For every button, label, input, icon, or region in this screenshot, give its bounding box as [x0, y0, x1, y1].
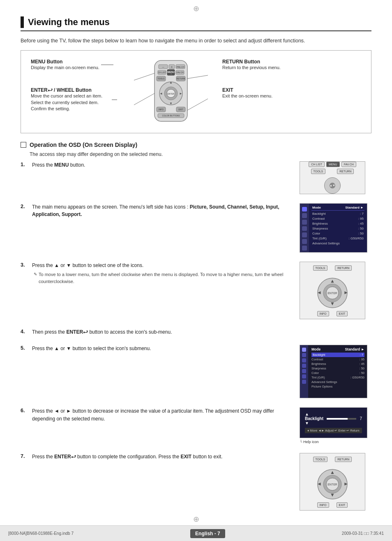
crosshair-bottom: ⊕	[193, 515, 199, 524]
svg-text:CH LIST: CH LIST	[158, 71, 166, 74]
ms2-sharpness-row: Sharpness: 50	[311, 366, 364, 371]
step7-info-btn: INFO	[317, 502, 329, 508]
step-1-image: CH LIST MENU FAV.CH TOOLS RETURN ▲▼	[300, 161, 371, 194]
return-button-title: RETURN Button	[222, 59, 260, 65]
step-5: 5. Press the ▲ or ▼ button to select the…	[21, 345, 371, 398]
mock-return-btn: RETURN	[337, 169, 354, 174]
menu-sharpness-row: Sharpness: 50	[311, 226, 364, 231]
sidebar-icon-active	[302, 207, 307, 212]
step7-btn-row-1: TOOLS RETURN	[313, 457, 352, 462]
step-7: 7. Press the ENTER⮐ button to complete t…	[21, 453, 371, 511]
svg-text:►: ►	[179, 92, 182, 95]
step-5-number: 5.	[21, 345, 32, 351]
bottom-bar: [8000-NA]BN68-01988E-Eng.indb 7 English …	[0, 525, 392, 541]
slider-fill	[327, 418, 348, 420]
ms2-icon-3	[302, 358, 306, 362]
svg-text:INFO: INFO	[159, 108, 164, 111]
ms2-sidebar	[300, 345, 308, 398]
step3-bottom-btns: INFO EXIT	[317, 311, 348, 316]
step-5-image: ModeStandard ► Backlight: 7 Contrast: 95…	[300, 345, 371, 398]
footer-right: 2009-03-31 □□ 7:35:41	[342, 531, 384, 536]
mock-fav-btn: FAV.CH	[341, 162, 356, 167]
menu-advanced-row: Advanced Settings	[311, 241, 364, 246]
mock-wheel-inner: ▲▼	[330, 183, 335, 188]
exit-desc: Exit the on-screen menu.	[222, 93, 272, 98]
sidebar-icon-6	[302, 239, 307, 244]
svg-text:FAV.CH: FAV.CH	[176, 71, 184, 74]
mock-tools-btn: TOOLS	[311, 169, 326, 174]
sidebar-icon-2	[302, 213, 307, 218]
exit-label: EXIT Exit the on-screen menu.	[222, 87, 364, 99]
step-2-image: Mode Standard ► Backlight: 7 Contrast: 9…	[300, 203, 371, 253]
enter-button-desc: Move the cursor and select an item. Sele…	[31, 93, 102, 111]
step7-tools-btn: TOOLS	[313, 457, 328, 462]
backlight-label: ▲Backlight▼	[305, 412, 323, 425]
checkbox-icon	[21, 142, 26, 148]
menu-backlight-row: Backlight: 7	[311, 211, 364, 216]
step3-wheel-container: ▲ ▼ ◄ ► ENTER	[316, 276, 349, 309]
mock-btn-row-1: CH LIST MENU FAV.CH	[309, 162, 356, 167]
step-3: 3. Press the ▲ or ▼ button to select one…	[21, 262, 371, 319]
step-1-number: 1.	[21, 161, 32, 167]
step3-info-btn: INFO	[317, 311, 329, 316]
connector-line-2	[112, 100, 117, 100]
section-title: Viewing the menus	[28, 17, 110, 28]
step7-exit-btn: EXIT	[337, 502, 348, 508]
intro-text: Before using the TV, follow the steps be…	[21, 38, 371, 44]
ms2-icon-2	[302, 353, 306, 357]
step-7-image: TOOLS RETURN ▲ ▼ ◄ ► ENTER	[300, 453, 371, 511]
center-remote: — 0 PRE-CH CH LIST MENU ⊡ FAV.CH TOOLS R…	[124, 51, 218, 133]
step-6-img-container: ▲Backlight▼ 7 ♦ Move ◄► Adjust ↵ Enter ↩…	[300, 407, 371, 444]
ms2-icon-5	[302, 369, 306, 373]
svg-text:ENTER: ENTER	[168, 93, 175, 95]
ms2-icon-4	[302, 364, 306, 368]
menu-mode-label: Mode	[312, 206, 321, 209]
ms2-color-row: Color: 50	[311, 371, 364, 375]
step-7-text: Press the ENTER⮐ button to complete the …	[32, 453, 300, 461]
step3-wheel-svg: ▲ ▼ ◄ ► ENTER	[316, 276, 349, 309]
ms2-tint-row: Tint (G/R): G50/R50	[311, 375, 364, 380]
ms2-backlight-row: Backlight: 7	[311, 353, 364, 357]
step7-bottom-btns: INFO EXIT	[317, 502, 348, 508]
menu-button-title: MENU Button	[31, 59, 62, 65]
step-6-text: Press the ◄ or ► button to decrease or i…	[32, 407, 300, 423]
menu-button-desc: Display the main on-screen menu.	[31, 65, 99, 70]
menu-brightness-row: Brightness: 45	[311, 221, 364, 226]
svg-text:RETURN: RETURN	[177, 77, 185, 80]
backlight-help-text: ♦ Move ◄► Adjust ↵ Enter ↩ Return	[307, 429, 359, 432]
svg-text:▼: ▼	[169, 102, 173, 105]
ms2-icon-1	[302, 348, 306, 352]
ms2-icon-6	[302, 374, 306, 378]
section-title-bar: Viewing the menus	[21, 16, 371, 31]
svg-text:▼: ▼	[330, 492, 335, 498]
svg-text:◄: ◄	[159, 92, 163, 95]
remote-diagram: MENU Button Display the main on-screen m…	[21, 50, 371, 133]
step7-wheel-container: ▲ ▼ ◄ ► ENTER	[316, 468, 349, 501]
title-accent-bar	[21, 16, 24, 28]
mock-btn-row-3: TOOLS RETURN	[313, 265, 352, 271]
step-3-image: TOOLS RETURN ▲ ▼ ◄ ► ENTER	[300, 262, 371, 319]
step-6-number: 6.	[21, 407, 32, 413]
step7-wheel-svg: ▲ ▼ ◄ ► ENTER	[316, 468, 349, 501]
svg-text:►: ►	[344, 290, 348, 295]
step-4: 4. Then press the ENTER⮐ button to acces…	[21, 328, 371, 336]
menu-screen-1: Mode Standard ► Backlight: 7 Contrast: 9…	[300, 203, 367, 253]
note-pencil-icon: ✎	[34, 271, 37, 278]
menu-color-row: Color: 50	[311, 231, 364, 236]
svg-text:◄: ◄	[317, 481, 322, 487]
mock-wheel-area: ▲▼	[324, 177, 341, 194]
step-3-remote-mock: TOOLS RETURN ▲ ▼ ◄ ► ENTER	[300, 262, 365, 319]
osd-header: Operation the OSD (On Screen Display)	[21, 142, 371, 148]
svg-text:▼: ▼	[330, 301, 335, 306]
svg-text:⊡: ⊡	[171, 73, 172, 75]
backlight-label-row: ▲Backlight▼ 7	[305, 412, 362, 425]
ms2-icon-7	[302, 380, 306, 384]
step3-exit-btn: EXIT	[337, 311, 348, 316]
ms2-contrast-row: Contrast: 95	[311, 357, 364, 362]
svg-line-33	[134, 93, 154, 105]
backlight-screen: ▲Backlight▼ 7 ♦ Move ◄► Adjust ↵ Enter ↩…	[300, 407, 367, 438]
mock-menu-btn: MENU	[326, 162, 340, 167]
menu-screen-inner-1: Mode Standard ► Backlight: 7 Contrast: 9…	[300, 204, 367, 252]
menu-mode-value: Standard ►	[345, 206, 364, 209]
osd-title: Operation the OSD (On Screen Display)	[30, 142, 137, 148]
